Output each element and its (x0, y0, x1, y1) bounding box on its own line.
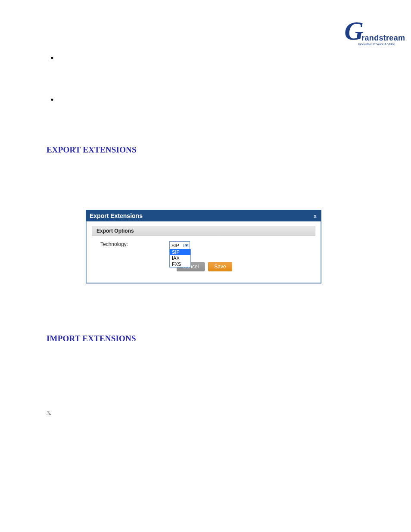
chevron-down-icon[interactable] (183, 244, 190, 247)
heading-export-extensions: EXPORT EXTENSIONS (47, 145, 137, 155)
list-item-number-3: 3. (47, 410, 51, 417)
export-extensions-dialog: Export Extensions x Export Options Techn… (86, 210, 321, 283)
technology-selected-value: SIP (170, 243, 183, 248)
close-icon[interactable]: x (314, 213, 317, 219)
save-button[interactable]: Save (208, 262, 232, 271)
technology-options-list: SIP IAX FXS (169, 249, 191, 268)
technology-select[interactable]: SIP (169, 241, 190, 250)
logo-tagline: Innovative IP Voice & Video (358, 43, 395, 46)
logo-glyph: G (344, 16, 364, 45)
section-header-export-options: Export Options (92, 226, 315, 236)
dialog-titlebar: Export Extensions x (86, 210, 321, 221)
technology-option-iax[interactable]: IAX (170, 255, 190, 261)
label-technology: Technology: (92, 241, 169, 247)
bullet-icon: • (50, 95, 54, 105)
brand-logo: G randstream Innovative IP Voice & Video (344, 22, 364, 41)
logo-wordmark: randstream (361, 34, 405, 43)
heading-import-extensions: IMPORT EXTENSIONS (47, 334, 136, 343)
bullet-icon: • (50, 53, 54, 63)
dialog-title: Export Extensions (90, 212, 143, 219)
technology-option-sip[interactable]: SIP (170, 249, 190, 255)
technology-option-fxs[interactable]: FXS (170, 261, 190, 267)
